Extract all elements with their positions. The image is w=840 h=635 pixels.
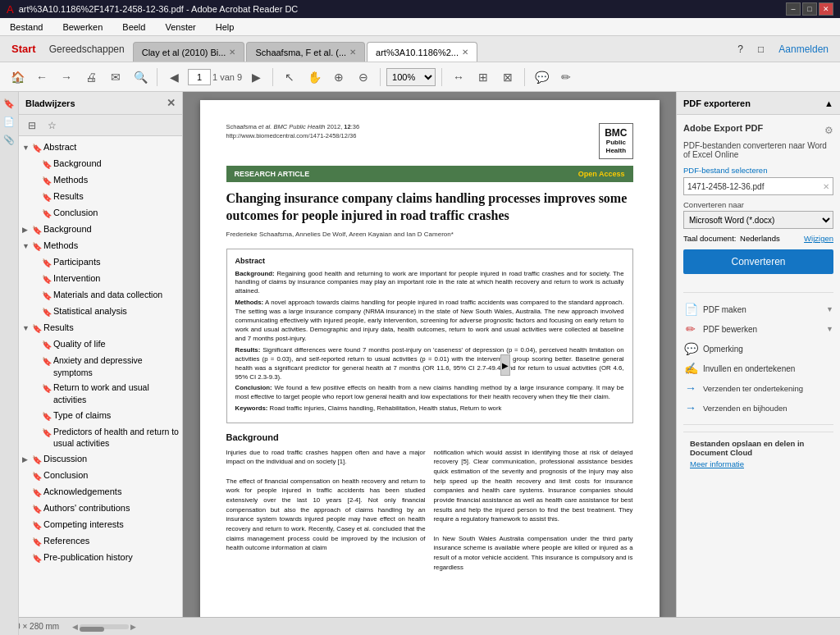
tool-back[interactable]: ←	[31, 66, 52, 88]
minimize-button[interactable]: –	[786, 2, 801, 16]
action-opmerking[interactable]: 💬 Opmerking	[683, 339, 833, 359]
side-icon-attach[interactable]: 📎	[2, 131, 16, 148]
bookmark-abs-methods[interactable]: 🔖 Methods	[19, 172, 182, 189]
tab-art-label: art%3A10.1186%2...	[376, 48, 459, 57]
bookmark-references[interactable]: 🔖 References	[19, 533, 182, 550]
bookmark-authors[interactable]: 🔖 Authors' contributions	[19, 500, 182, 517]
bm-label-participants: Participants	[53, 256, 179, 268]
lang-change-link[interactable]: Wijzigen	[804, 234, 833, 243]
pdf-maken-icon: 📄	[683, 303, 698, 316]
tool-forward[interactable]: →	[56, 66, 77, 88]
bm-icon-ack: 🔖	[32, 487, 43, 499]
tool-draw[interactable]: ✏	[555, 66, 577, 88]
tool-cursor[interactable]: ↖	[279, 66, 300, 88]
action-pdf-maken[interactable]: 📄 PDF maken ▼	[683, 299, 833, 319]
tool-actual-size[interactable]: ⊠	[497, 66, 518, 88]
panel-close-button[interactable]: ✕	[167, 97, 176, 109]
tool-fit-width[interactable]: ⊞	[472, 66, 494, 88]
tool-home[interactable]: 🏠	[7, 66, 28, 88]
bm-icon-statistical: 🔖	[42, 307, 53, 318]
maximize-button[interactable]: □	[802, 2, 817, 16]
bmc-logo: BMC PublicHealth	[599, 123, 632, 159]
bm-icon-authors: 🔖	[32, 504, 43, 515]
tool-email[interactable]: ✉	[105, 66, 126, 88]
bookmark-background[interactable]: ▶ 🔖 Background	[19, 222, 182, 238]
action-verzenden-ondertekening[interactable]: → Verzenden ter ondertekening	[683, 378, 833, 398]
bm-label-predictors: Predictors of health and return to usual…	[53, 426, 179, 450]
bookmark-results[interactable]: ▼ 🔖 Results	[19, 320, 182, 336]
tool-hand[interactable]: ✋	[304, 66, 325, 88]
adobe-export-section: Adobe Export PDF ⚙ PDF-bestanden convert…	[683, 123, 833, 282]
side-icon-page[interactable]: 📄	[2, 113, 16, 130]
zoom-select[interactable]: 100% 75% 125% 150%	[386, 68, 436, 86]
action-invullen[interactable]: ✍ Invullen en ondertekenen	[683, 359, 833, 378]
right-panel-title: PDF exporteren	[683, 98, 751, 108]
bookmark-intervention[interactable]: 🔖 Intervention	[19, 271, 182, 287]
action-verzenden-bijhouden[interactable]: → Verzenden en bijhouden	[683, 398, 833, 418]
bookmark-statistical[interactable]: 🔖 Statistical analysis	[19, 304, 182, 320]
pdf-area[interactable]: ▶ Schaafsma et al. BMC Public Health 201…	[183, 92, 676, 635]
bookmark-conclusion[interactable]: 🔖 Conclusion	[19, 468, 182, 484]
bookmark-competing[interactable]: 🔖 Competing interests	[19, 517, 182, 533]
bookmark-abs-conclusion[interactable]: 🔖 Conclusion	[19, 205, 182, 222]
tool-next-page[interactable]: ▶	[245, 66, 267, 88]
panel-collapse-all[interactable]: ⊟	[24, 117, 40, 134]
tool-search[interactable]: 🔍	[130, 66, 151, 88]
tab-art[interactable]: art%3A10.1186%2... ✕	[367, 42, 477, 62]
pdf-bewerken-expand[interactable]: ▼	[826, 325, 833, 333]
bookmark-claims[interactable]: 🔖 Type of claims	[19, 408, 182, 424]
side-icon-bookmark[interactable]: 🔖	[2, 95, 16, 112]
close-button[interactable]: ✕	[819, 2, 833, 16]
menu-help[interactable]: Help	[212, 21, 238, 34]
tab-art-close[interactable]: ✕	[462, 48, 468, 57]
bookmark-anxiety[interactable]: 🔖 Anxiety and depressive symptoms	[19, 353, 182, 380]
tab-schaafsma-close[interactable]: ✕	[349, 48, 356, 57]
tab-schaafsma[interactable]: Schaafsma, F et al. (... ✕	[246, 42, 365, 62]
panel-options[interactable]: ☆	[43, 117, 61, 134]
doc-cloud-link[interactable]: Meer informatie	[690, 459, 744, 468]
bookmark-predictors[interactable]: 🔖 Predictors of health and return to usu…	[19, 424, 182, 451]
bookmark-discussion[interactable]: ▶ 🔖 Discussion	[19, 451, 182, 468]
bm-label-pre-pub: Pre-publication history	[43, 551, 179, 564]
tab-clay-close[interactable]: ✕	[229, 48, 235, 57]
convert-button[interactable]: Converteren	[683, 249, 833, 274]
tools-button[interactable]: Gereedschappen	[44, 39, 130, 60]
tool-comment[interactable]: 💬	[531, 66, 552, 88]
tab-clay[interactable]: Clay et al (2010) Bi... ✕	[133, 42, 245, 62]
start-button[interactable]: Start	[7, 39, 41, 60]
bm-label-discussion: Discussion	[43, 453, 179, 465]
tool-fit-page[interactable]: ↔	[448, 66, 469, 88]
format-select[interactable]: Microsoft Word (*.docx)	[683, 211, 833, 229]
bookmark-methods[interactable]: ▼ 🔖 Methods	[19, 238, 182, 254]
bookmark-abs-results[interactable]: 🔖 Results	[19, 189, 182, 205]
bm-label-competing: Competing interests	[43, 519, 179, 531]
bookmark-participants[interactable]: 🔖 Participants	[19, 254, 182, 271]
page-input[interactable]	[188, 69, 211, 85]
bookmark-abs-background[interactable]: 🔖 Background	[19, 156, 182, 172]
bookmark-pre-pub[interactable]: 🔖 Pre-publication history	[19, 550, 182, 566]
bookmark-materials[interactable]: 🔖 Materials and data collection	[19, 287, 182, 304]
tool-zoom-out[interactable]: ⊖	[353, 66, 374, 88]
action-pdf-bewerken[interactable]: ✏ PDF bewerken ▼	[683, 319, 833, 339]
signin-button[interactable]: Aanmelden	[774, 39, 833, 60]
tool-prev-page[interactable]: ◀	[163, 66, 185, 88]
expand-panel-button[interactable]: ▶	[500, 354, 510, 376]
bookmark-abstract[interactable]: ▼ 🔖 Abstract	[19, 139, 182, 156]
share-button[interactable]: □	[753, 39, 769, 60]
bm-icon-abs-results: 🔖	[42, 192, 53, 203]
menu-bestand[interactable]: Bestand	[7, 21, 46, 34]
help-button[interactable]: ?	[733, 39, 748, 60]
file-clear-button[interactable]: ✕	[823, 182, 829, 191]
right-panel-collapse[interactable]: ▲	[824, 98, 833, 108]
separator2	[272, 68, 273, 86]
title-bar-controls[interactable]: – □ ✕	[786, 2, 833, 16]
tool-print[interactable]: 🖨	[80, 66, 102, 88]
menu-bewerken[interactable]: Bewerken	[59, 21, 106, 34]
menu-venster[interactable]: Venster	[162, 21, 199, 34]
menu-beeld[interactable]: Beeld	[119, 21, 148, 34]
bookmark-quality[interactable]: 🔖 Quality of life	[19, 336, 182, 353]
pdf-maken-expand[interactable]: ▼	[826, 305, 833, 313]
bookmark-acknowledgements[interactable]: 🔖 Acknowledgements	[19, 484, 182, 500]
bookmark-return[interactable]: 🔖 Return to work and usual activities	[19, 380, 182, 407]
tool-zoom-in[interactable]: ⊕	[328, 66, 349, 88]
